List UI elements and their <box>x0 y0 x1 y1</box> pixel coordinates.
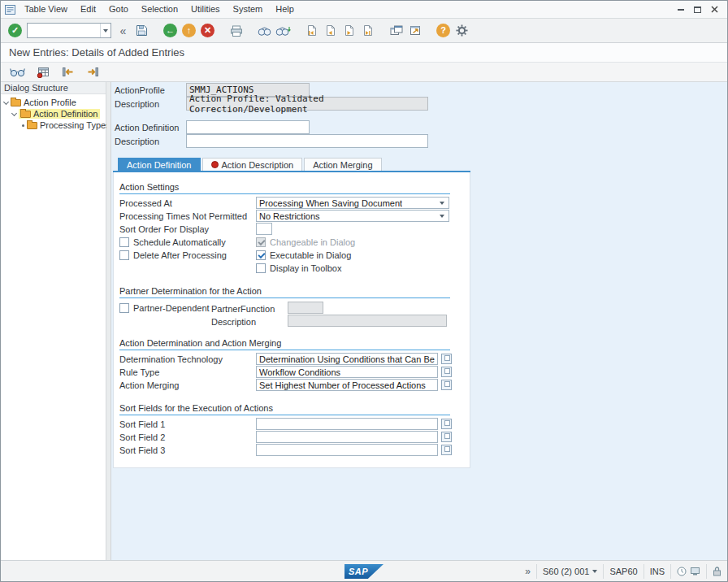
selected-value: No Restrictions <box>259 211 320 221</box>
determination-technology-field[interactable]: Determination Using Conditions that Can … <box>256 353 438 365</box>
collapse-icon[interactable] <box>3 98 9 104</box>
command-input[interactable] <box>28 24 100 37</box>
partner-description-label: Description <box>211 316 256 328</box>
action-merging-field[interactable]: Set Highest Number of Processed Actions <box>256 379 438 391</box>
last-page-button[interactable] <box>358 21 377 41</box>
rule-type-field[interactable]: Workflow Conditions <box>256 366 438 378</box>
menu-system[interactable]: System <box>227 1 270 18</box>
next-entry-button[interactable] <box>84 63 102 82</box>
action-definition-tab-panel: Action Settings Processed At Processing … <box>113 172 470 468</box>
help-button[interactable]: ? <box>434 21 453 41</box>
help-icon: ? <box>436 24 450 37</box>
create-shortcut-icon <box>410 25 421 36</box>
changeable-in-dialog-checkbox: Changeable in Dialog <box>256 237 355 248</box>
tab-action-description[interactable]: Action Description <box>202 158 303 171</box>
security-status[interactable] <box>706 564 727 579</box>
sort-order-input[interactable] <box>256 223 272 235</box>
bullet-icon <box>22 124 24 127</box>
delete-entry-button[interactable] <box>33 63 52 82</box>
field-value: Determination Using Conditions that Can … <box>259 354 435 364</box>
customize-layout-button[interactable] <box>453 21 471 41</box>
processing-times-select[interactable]: No Restrictions <box>256 210 449 222</box>
menu-goto[interactable]: Goto <box>102 1 135 18</box>
value-help-icon[interactable] <box>441 445 452 455</box>
executable-in-dialog-checkbox[interactable]: Executable in Dialog <box>256 250 351 261</box>
response-time-icon <box>677 567 687 576</box>
status-bar: SAP » S60 (2) 001 SAP60 INS <box>1 560 727 581</box>
menu-help[interactable]: Help <box>269 1 301 18</box>
previous-page-button[interactable] <box>321 21 340 41</box>
display-in-toolbox-checkbox[interactable]: Display in Toolbox <box>256 263 341 274</box>
value-help-icon[interactable] <box>441 380 452 390</box>
collapse-toolbar-icon: « <box>120 25 127 37</box>
tree-item-action-definition[interactable]: Action Definition <box>1 108 106 119</box>
sort-field-3-input[interactable] <box>256 444 438 456</box>
processed-at-select[interactable]: Processing When Saving Document <box>256 197 449 209</box>
rule-type-label: Rule Type <box>119 367 159 378</box>
action-definition-input[interactable] <box>186 120 310 134</box>
section-title-action-determination: Action Determination and Action Merging <box>119 338 450 350</box>
tab-action-merging[interactable]: Action Merging <box>304 158 381 171</box>
cancel-icon: ✕ <box>201 24 214 37</box>
sort-field-1-input[interactable] <box>256 418 438 430</box>
next-page-button[interactable] <box>340 21 358 41</box>
window-menu-icon[interactable] <box>5 5 15 15</box>
tree-item-action-profile[interactable]: Action Profile <box>1 97 106 108</box>
schedule-automatically-checkbox[interactable]: Schedule Automatically <box>119 237 226 248</box>
close-button[interactable] <box>706 2 723 16</box>
maximize-button[interactable] <box>689 2 706 16</box>
exit-button[interactable]: ↑ <box>180 21 198 41</box>
back-button[interactable]: ← <box>161 21 180 41</box>
tree-item-processing-types[interactable]: Processing Types <box>1 119 106 131</box>
value-help-icon[interactable] <box>441 354 452 364</box>
menu-table-view[interactable]: Table View <box>18 1 74 18</box>
definition-description-label: Description <box>115 136 159 147</box>
find-button[interactable] <box>255 21 274 41</box>
checkbox-label: Display in Toolbox <box>270 263 341 273</box>
checkbox-label: Partner-Dependent <box>133 303 210 313</box>
collapse-icon[interactable] <box>11 110 17 115</box>
create-shortcut-button[interactable] <box>405 21 424 41</box>
partner-function-field <box>288 302 323 314</box>
server-monitor-icon <box>690 567 700 576</box>
partner-dependent-checkbox[interactable]: Partner-Dependent <box>119 302 210 314</box>
value-help-icon[interactable] <box>441 367 452 377</box>
dialog-structure-header: Dialog Structure <box>1 82 106 94</box>
title-bar: New Entries: Details of Added Entries <box>1 43 727 63</box>
command-field[interactable] <box>27 23 111 38</box>
value-help-icon[interactable] <box>441 432 452 442</box>
cancel-button[interactable]: ✕ <box>198 21 217 41</box>
first-page-icon <box>306 25 317 36</box>
value-help-icon[interactable] <box>441 419 452 429</box>
page-title: New Entries: Details of Added Entries <box>9 46 184 59</box>
menu-edit[interactable]: Edit <box>74 1 102 18</box>
sort-order-label: Sort Order For Display <box>119 224 209 235</box>
hide-command-button[interactable]: « <box>114 21 132 41</box>
menu-bar: Table View Edit Goto Selection Utilities… <box>1 1 727 19</box>
definition-description-input[interactable] <box>186 134 428 148</box>
first-page-button[interactable] <box>302 21 321 41</box>
print-button[interactable] <box>227 21 245 41</box>
save-button[interactable] <box>132 21 151 41</box>
checkbox-checked-icon <box>256 250 266 260</box>
sort-field-2-input[interactable] <box>256 431 438 443</box>
insert-mode-indicator: INS <box>644 564 670 579</box>
status-expand-button[interactable]: » <box>519 564 536 579</box>
find-next-button[interactable] <box>274 21 292 41</box>
tab-action-definition[interactable]: Action Definition <box>118 158 201 171</box>
checkbox-label: Delete After Processing <box>133 250 227 260</box>
delete-after-processing-checkbox[interactable]: Delete After Processing <box>119 250 227 261</box>
display-button[interactable] <box>8 63 27 82</box>
menu-utilities[interactable]: Utilities <box>184 1 226 18</box>
command-dropdown-icon[interactable] <box>100 24 110 37</box>
section-title-partner-determination: Partner Determination for the Action <box>119 286 450 298</box>
previous-entry-button[interactable] <box>58 63 77 82</box>
enter-button[interactable]: ✓ <box>6 21 24 41</box>
menu-selection[interactable]: Selection <box>135 1 184 18</box>
minimize-button[interactable] <box>672 2 689 16</box>
system-session-selector[interactable]: S60 (2) 001 <box>536 564 603 579</box>
tab-label: Action Description <box>222 160 294 170</box>
field-value: Set Highest Number of Processed Actions <box>259 380 426 390</box>
performance-indicators[interactable] <box>670 564 706 579</box>
new-session-button[interactable] <box>387 21 405 41</box>
